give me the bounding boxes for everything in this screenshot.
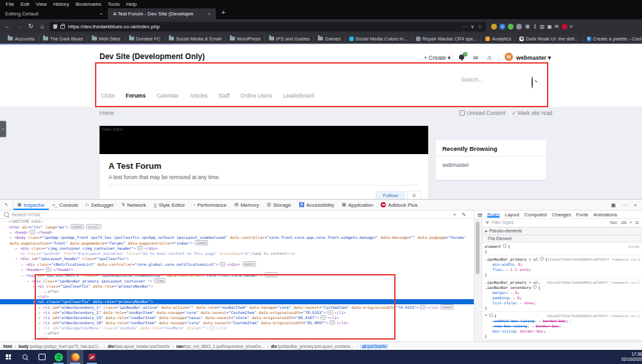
css-selector[interactable]: *{ (485, 313, 496, 318)
devtools-breadcrumb-item[interactable]: ul.ipsClearfix (360, 344, 388, 349)
markup-scrollbar[interactable] (474, 219, 482, 342)
mark-site-read-link[interactable]: ✓ Mark site read (512, 110, 552, 116)
filter-styles-input[interactable]: Filter Styles (492, 220, 514, 225)
taskbar-search-button[interactable] (17, 350, 33, 364)
markup-node[interactable]: </ul> (0, 336, 474, 341)
markup-node[interactable]: ▸<li id="elNavSecondary_10" data-role="n… (0, 320, 474, 325)
devtools-close-icon[interactable]: × (631, 202, 639, 208)
browser-tab[interactable]: A Test Forum - Dev Site (Developm× (108, 8, 216, 19)
css-property[interactable]: flex: ▸ 1 1 auto; (485, 267, 639, 272)
task-view-button[interactable] (33, 350, 50, 364)
scroll-badge[interactable]: scroll (86, 224, 101, 229)
sidebar-slide-tab[interactable]: › (0, 121, 6, 137)
breadcrumb[interactable]: Home (100, 110, 114, 116)
menu-file[interactable]: File (3, 1, 17, 7)
rule-toggle-icon[interactable] (540, 257, 544, 261)
collapsed-content-icon[interactable]: ⋯ (329, 320, 335, 325)
expand-caret-icon[interactable]: ▾ (15, 256, 20, 261)
expand-caret-icon[interactable]: ▸ (39, 320, 43, 325)
bookmark-item[interactable]: WordPress (226, 36, 265, 42)
collapsed-content-icon[interactable]: ⋯ (327, 310, 333, 315)
css-property[interactable]: margin: ▸ 0; (485, 290, 639, 295)
rule-toggle-icon[interactable] (489, 313, 493, 317)
devtools-breadcrumb-item[interactable]: html (3, 344, 12, 349)
bookmark-item[interactable]: Social Media Colors fo... (345, 36, 412, 42)
collapsed-content-icon[interactable]: ⋯ (220, 262, 225, 266)
collapsed-content-icon[interactable]: ⋯ (209, 325, 215, 330)
markup-node[interactable]: <html dir="ltr" lang="en">eventscroll (0, 224, 474, 230)
follow-button[interactable]: Follow (376, 191, 405, 199)
collapsed-content-icon[interactable]: ⋯ (420, 305, 426, 309)
user-avatar[interactable]: W (505, 53, 513, 61)
sidebar-tab-computed[interactable]: Computed (525, 212, 547, 218)
scrollbar-thumb[interactable] (476, 221, 480, 274)
expand-caret-icon[interactable]: ▾ (33, 284, 37, 289)
menu-help[interactable]: Help (123, 1, 139, 7)
css-property[interactable]: min-width: 0; (485, 262, 639, 267)
devtools-breadcrumb-item[interactable]: div.ipsNavBar_primary.ipsLayout_containe… (271, 344, 354, 349)
expand-caret-icon[interactable]: ▸ (39, 310, 43, 315)
site-nav-online-users[interactable]: Online Users (241, 92, 272, 99)
devtools-menu-icon[interactable]: ⋯ (620, 202, 630, 208)
url-bar[interactable]: https://dev.thedarkblues.co.uk/index.php… (49, 22, 486, 31)
extension-gray[interactable] (516, 24, 522, 30)
browser-tab[interactable]: Editing Default× (0, 8, 108, 19)
site-nav-leaderboard[interactable]: Leaderboard (283, 92, 314, 99)
new-tab-button[interactable]: + (216, 8, 231, 19)
markup-node[interactable]: ▸<li id="elNavigationMore" class="ipsHid… (0, 325, 474, 331)
taskbar-spotify-icon[interactable] (50, 350, 67, 364)
css-selector[interactable]: .ipsNavBar_secondary{ (485, 285, 541, 290)
url-text[interactable]: https://dev.thedarkblues.co.uk/index.php (68, 24, 459, 30)
expand-caret-icon[interactable]: ▸ (39, 315, 43, 320)
bookmark-item[interactable]: Social Media & Email (165, 36, 226, 42)
devtools-tab-storage[interactable]: ▥Storage (263, 200, 295, 210)
pseudo-toggle[interactable]: ⊡ (636, 220, 639, 225)
follow-count[interactable]: 0 (407, 191, 421, 199)
pseudo-toggle[interactable]: :hov (609, 220, 617, 225)
expand-caret-icon[interactable]: ▸ (15, 246, 20, 251)
collapsed-content-icon[interactable]: ⋯ (320, 315, 326, 320)
site-nav-clubs[interactable]: Clubs (101, 92, 115, 99)
bookmark-item[interactable]: Dundee FC (125, 36, 165, 42)
search-icon[interactable] (532, 76, 533, 89)
search-input[interactable]: Search... (461, 76, 483, 83)
devtools-tab-memory[interactable]: ▤Memory (230, 200, 263, 210)
expand-caret-icon[interactable]: ▸ (10, 230, 14, 235)
taskbar-app-icon[interactable] (83, 350, 100, 364)
markup-node[interactable]: ▾<ul class="ipsClearfix" data-role="prim… (0, 299, 474, 304)
menu-history[interactable]: History (50, 1, 73, 7)
menu-tools[interactable]: Tools (105, 1, 123, 7)
stylesheet-link[interactable]: 141e4a57816af3b44480891ca87450ff_framewo… (547, 280, 640, 285)
close-tab-icon[interactable]: × (205, 11, 211, 17)
sidebar-tab-animations[interactable]: Animations (593, 212, 617, 218)
devtools-breadcrumb-item[interactable]: nav#ips_uid_8863_2.ipsResponsive_showDe.… (176, 344, 264, 349)
markup-node[interactable]: ▸<head>⋯</head> (0, 230, 474, 235)
markup-node[interactable]: ▾<nav id="ips_uid_8863_2" class=" ipsRes… (0, 272, 474, 278)
tracking-shield-icon[interactable] (53, 24, 57, 29)
flex-badge[interactable]: flex (154, 278, 166, 283)
site-nav-forums[interactable]: Forums (126, 92, 146, 99)
event-badge[interactable]: event (265, 272, 278, 277)
devtools-tab-debugger[interactable]: ▷Debugger (82, 200, 118, 210)
collapsed-content-icon[interactable]: ⋯ (137, 246, 143, 250)
picture-in-picture-icon[interactable]: ▣ (547, 24, 552, 30)
bookmark-item[interactable]: The Dark Blues (39, 36, 88, 42)
devtools-tab-adblock-plus[interactable]: Adblock Plus (377, 200, 421, 210)
expand-caret-icon[interactable]: ▸ (21, 262, 26, 267)
rule-toggle-icon[interactable] (533, 285, 537, 289)
start-button[interactable] (0, 350, 17, 364)
create-button[interactable]: + Create ▾ (424, 55, 451, 61)
menu-view[interactable]: View (33, 1, 50, 7)
bookmark-item[interactable]: Games (314, 36, 345, 42)
pick-element-icon[interactable]: ↖ (0, 200, 13, 210)
event-badge[interactable]: event (243, 261, 256, 266)
bookmark-item[interactable]: Repair Mackie CR4 spe... (412, 36, 482, 42)
event-badge[interactable]: event (195, 240, 208, 245)
pseudo-toggle[interactable]: + (630, 220, 632, 225)
search-html-input[interactable]: Search HTML (12, 212, 41, 218)
expand-caret-icon[interactable]: ▸ (39, 325, 43, 331)
taskbar-firefox-icon[interactable] (67, 350, 83, 364)
collapsed-content-icon[interactable]: ⋯ (46, 267, 51, 272)
markup-node[interactable]: ▸<header>⋯</header> (0, 267, 474, 272)
markup-node[interactable]: ▸<div class="cjmg_container cjmg_contain… (0, 246, 474, 251)
